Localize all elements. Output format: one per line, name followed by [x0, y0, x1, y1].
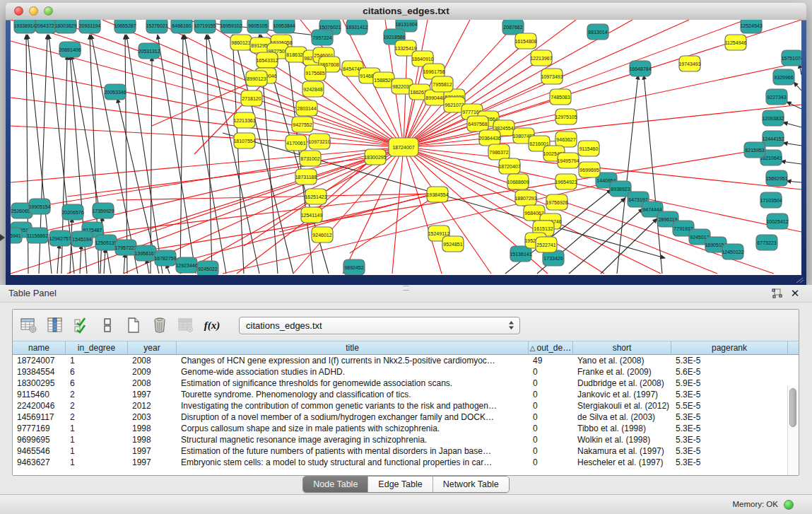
graph-node[interactable]: 20364436	[478, 130, 500, 146]
network-view-canvas[interactable]: 1933891420643721180036292093119410655287…	[11, 20, 801, 275]
graph-edge[interactable]	[392, 147, 404, 274]
row-selection-icon[interactable]	[72, 316, 90, 334]
graph-node[interactable]: 16543312	[256, 52, 278, 68]
graph-node[interactable]: 12450122	[722, 244, 743, 259]
table-cell[interactable]: Dudbridge et al. (2008)	[573, 378, 671, 389]
table-cell[interactable]: 0	[529, 400, 573, 411]
graph-edge[interactable]	[180, 35, 183, 274]
graph-node[interactable]: 9329966	[773, 69, 794, 85]
graph-node[interactable]: 18724007	[389, 138, 418, 156]
window-resize-grip[interactable]	[794, 276, 804, 284]
function-builder-icon[interactable]: f(x)	[203, 316, 221, 334]
table-row[interactable]: 946362711997Embryonic stem cells: a mode…	[13, 457, 799, 468]
graph-node[interactable]: 9892452	[343, 259, 365, 275]
graph-node[interactable]: 10025412	[766, 214, 788, 229]
graph-node[interactable]: 9427552	[292, 117, 313, 132]
table-cell[interactable]: Estimation of the future numbers of pati…	[177, 445, 529, 457]
table-cell[interactable]: 2	[66, 411, 128, 423]
table-cell[interactable]: 5.3E-5	[671, 423, 788, 434]
table-cell[interactable]: 5.9E-5	[671, 378, 788, 389]
graph-node[interactable]: 3915941	[11, 228, 22, 243]
graph-node[interactable]: 12923446	[175, 257, 197, 273]
table-cell[interactable]: 1	[66, 457, 128, 468]
graph-edge[interactable]	[404, 147, 801, 232]
graph-node[interactable]: 6773223	[756, 235, 777, 250]
graph-node[interactable]: 4170061	[286, 135, 307, 151]
table-cell[interactable]: 1	[66, 355, 128, 366]
table-cell[interactable]: 1997	[128, 457, 177, 468]
table-mode-icon[interactable]	[20, 316, 38, 334]
graph-node[interactable]: 1545194	[71, 231, 93, 247]
graph-node[interactable]: 17359929	[92, 203, 114, 218]
table-cell[interactable]: Investigating the contribution of common…	[177, 400, 529, 411]
table-cell[interactable]: 2008	[128, 355, 177, 366]
graph-node[interactable]: 15751074	[781, 50, 801, 66]
graph-node[interactable]: 9245022	[197, 261, 218, 275]
graph-node[interactable]: 19743493	[678, 56, 700, 71]
graph-node[interactable]: 18107554	[233, 133, 255, 148]
table-cell[interactable]: Tourette syndrome. Phenomenology and cla…	[177, 389, 529, 400]
graph-node[interactable]: 17103504	[760, 192, 782, 208]
graph-edge[interactable]	[184, 35, 226, 274]
table-cell[interactable]: 5.3E-5	[671, 457, 788, 468]
table-cell[interactable]: Genome-wide association studies in ADHD.	[177, 366, 529, 378]
graph-edge[interactable]	[70, 218, 72, 274]
toggle-rows-icon[interactable]	[98, 316, 117, 334]
table-cell[interactable]: 0	[529, 423, 573, 434]
tab-network-table[interactable]: Network Table	[433, 477, 509, 492]
tab-node-table[interactable]: Node Table	[303, 477, 368, 492]
graph-edge[interactable]	[787, 102, 801, 109]
graph-node[interactable]: 9860123	[230, 35, 252, 50]
graph-node[interactable]: 19905154	[28, 199, 50, 214]
graph-edge[interactable]	[11, 69, 404, 147]
table-selector-dropdown[interactable]: citations_edges.txt	[239, 317, 520, 334]
graph-node[interactable]: 12524543	[740, 20, 762, 33]
graph-node[interactable]: 10719155	[194, 20, 216, 33]
table-cell[interactable]: 2009	[128, 366, 177, 378]
graph-edge[interactable]	[104, 248, 105, 274]
tab-edge-table[interactable]: Edge Table	[368, 477, 433, 492]
graph-node[interactable]: 9605105	[247, 20, 269, 33]
graph-edge[interactable]	[783, 122, 801, 127]
graph-edge[interactable]	[404, 147, 442, 274]
graph-node[interactable]: 10973210	[308, 134, 330, 149]
table-row[interactable]: 977716911998Corpus callosum shape and si…	[13, 423, 799, 434]
graph-node[interactable]: 16648784	[629, 61, 651, 76]
table-cell[interactable]: Franke et al. (2009)	[573, 366, 671, 378]
table-cell[interactable]: Embryonic stem cells: a model to study s…	[177, 457, 529, 468]
table-cell[interactable]: 5.3E-5	[671, 389, 788, 400]
table-cell[interactable]: 2003	[128, 411, 177, 423]
table-cell[interactable]: 0	[529, 445, 573, 457]
table-cell[interactable]: Tibbo et al. (1998)	[573, 423, 671, 434]
table-row[interactable]: 969969511998Structural magnetic resonanc…	[13, 434, 799, 445]
graph-node[interactable]: 6497568	[467, 116, 488, 132]
scrollbar-thumb[interactable]	[789, 388, 796, 427]
graph-node[interactable]: 11156862	[27, 228, 48, 243]
graph-node[interactable]: 9175685	[305, 65, 326, 81]
table-cell[interactable]: 49	[529, 355, 573, 366]
graph-node[interactable]: 15276021	[146, 20, 167, 33]
table-cell[interactable]: 2012	[128, 400, 177, 411]
column-header-short[interactable]: short	[573, 341, 671, 354]
graph-node[interactable]: 12213967	[530, 50, 552, 66]
panel-splitter-grip[interactable]	[403, 286, 409, 291]
show-columns-icon[interactable]	[46, 316, 64, 334]
graph-node[interactable]: 16959102	[220, 20, 242, 33]
delete-table-icon[interactable]	[177, 316, 195, 334]
graph-edge[interactable]	[11, 20, 404, 147]
graph-node[interactable]: 8731002	[300, 151, 321, 166]
graph-edge[interactable]	[152, 158, 371, 232]
graph-node[interactable]: 12505135	[95, 235, 117, 250]
graph-node[interactable]: 19384554	[426, 187, 448, 202]
graph-edge[interactable]	[125, 35, 127, 274]
graph-node[interactable]: 2718120	[241, 90, 262, 106]
graph-node[interactable]: 16154808	[514, 33, 536, 49]
close-panel-icon[interactable]: ✕	[789, 286, 801, 300]
graph-node[interactable]: 18807293	[514, 190, 536, 206]
graph-node[interactable]: 20053346	[104, 84, 126, 100]
graph-node[interactable]: 9463627	[555, 132, 577, 147]
column-header-in_degree[interactable]: in_degree	[66, 341, 128, 354]
graph-edge[interactable]	[783, 143, 801, 146]
graph-node[interactable]: 18003629	[54, 20, 76, 33]
graph-node[interactable]: 20643721	[35, 20, 57, 33]
